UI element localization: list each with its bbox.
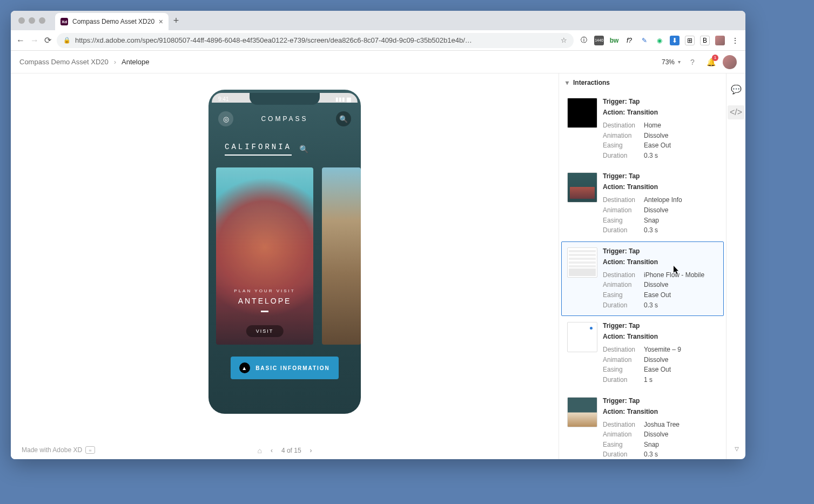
trigger-label: Trigger: Tap xyxy=(603,98,718,105)
kv-key: Destination xyxy=(603,420,636,430)
kv-value: Dissolve xyxy=(644,429,668,440)
kv-key: Destination xyxy=(603,270,636,280)
kv-key: Duration xyxy=(603,375,636,385)
kv-key: Animation xyxy=(603,131,636,141)
ext6-icon[interactable]: ⬇ xyxy=(670,36,680,45)
forward-button[interactable]: → xyxy=(30,36,39,45)
kv-value: Dissolve xyxy=(644,205,668,216)
ext5-icon[interactable]: ◉ xyxy=(655,36,664,45)
help-icon[interactable]: ? xyxy=(686,56,699,69)
phone-mock: 9:41 ▮▮▮ ▆ ◎ COMPASS 🔍 CALIFORNIA 🔍 PLAN… xyxy=(208,90,361,414)
kv-value: 0.3 s xyxy=(644,151,658,161)
card-eyebrow: PLAN YOUR VISIT xyxy=(216,288,313,293)
interaction-item[interactable]: Trigger: Tap Action: Transition Destinat… xyxy=(561,166,724,241)
interaction-item[interactable]: Trigger: Tap Action: Transition Destinat… xyxy=(561,92,724,166)
breadcrumb-current: Antelope xyxy=(122,58,149,66)
right-rail: 💬 </> ▿ xyxy=(726,73,745,459)
kv-key: Duration xyxy=(603,449,636,459)
close-tab-icon[interactable]: × xyxy=(159,17,163,26)
visit-button[interactable]: VISIT xyxy=(246,325,284,337)
url-text: https://xd.adobe.com/spec/91080507-44ff-… xyxy=(75,36,472,44)
notifications-button[interactable]: 🔔 1 xyxy=(704,56,717,69)
panel-title: Interactions xyxy=(573,79,610,86)
tab-bar: Xd Compass Demo Asset XD20 × + xyxy=(11,11,745,30)
interaction-item[interactable]: Trigger: Tap Action: Transition Destinat… xyxy=(561,316,724,391)
kv-value: Snap xyxy=(644,216,659,226)
basic-info-button[interactable]: ▲ BASIC INFORMATION xyxy=(231,357,339,379)
minimize-window-icon[interactable] xyxy=(29,17,35,24)
close-window-icon[interactable] xyxy=(18,17,25,24)
browser-tab[interactable]: Xd Compass Demo Asset XD20 × xyxy=(55,13,169,30)
card-next[interactable] xyxy=(322,167,361,345)
kv-key: Easing xyxy=(603,140,636,151)
basic-info-label: BASIC INFORMATION xyxy=(255,365,330,371)
breadcrumb-root[interactable]: Compass Demo Asset XD20 xyxy=(19,58,109,66)
kv-value: Antelope Info xyxy=(644,195,682,205)
kv-value: 1 s xyxy=(644,375,652,385)
star-icon[interactable]: ☆ xyxy=(561,36,567,44)
ext8-icon[interactable]: B xyxy=(700,36,710,45)
address-bar-row: ← → ⟳ 🔒 https://xd.adobe.com/spec/910805… xyxy=(11,30,745,51)
pager-text: 4 of 15 xyxy=(281,447,301,454)
status-icons: ▮▮▮ ▆ xyxy=(335,96,351,102)
action-label: Action: Transition xyxy=(603,183,718,191)
made-with: Made with Adobe XD ∞ xyxy=(22,446,95,454)
comment-icon[interactable]: 💬 xyxy=(731,84,742,95)
kv-value: Dissolve xyxy=(644,280,668,290)
kv-key: Animation xyxy=(603,205,636,216)
search-icon[interactable]: 🔍 xyxy=(336,111,351,126)
user-avatar[interactable] xyxy=(723,55,737,69)
trigger-label: Trigger: Tap xyxy=(603,322,718,330)
trigger-label: Trigger: Tap xyxy=(603,172,718,180)
window-controls[interactable] xyxy=(18,17,45,24)
compass-icon[interactable]: ◎ xyxy=(218,111,233,126)
ext3-icon[interactable]: f? xyxy=(624,36,634,45)
prev-icon[interactable]: ‹ xyxy=(271,447,273,454)
search-icon[interactable]: 🔍 xyxy=(299,145,308,153)
reload-button[interactable]: ⟳ xyxy=(44,35,51,45)
menu-icon[interactable]: ⋮ xyxy=(730,36,740,45)
kv-value: Joshua Tree xyxy=(644,420,680,430)
kv-key: Duration xyxy=(603,225,636,236)
ext2-icon[interactable]: bw xyxy=(609,36,619,45)
home-icon[interactable]: ⌂ xyxy=(257,446,261,455)
ext4-icon[interactable]: ✎ xyxy=(640,36,649,45)
kv-value: Yosemite – 9 xyxy=(644,345,681,355)
region-label: CALIFORNIA xyxy=(225,143,292,156)
action-label: Action: Transition xyxy=(603,109,718,116)
interaction-item[interactable]: Trigger: Tap Action: Transition Destinat… xyxy=(561,391,724,460)
ext7-icon[interactable]: ⊞ xyxy=(685,36,695,45)
address-bar[interactable]: 🔒 https://xd.adobe.com/spec/91080507-44f… xyxy=(57,33,574,48)
maximize-window-icon[interactable] xyxy=(39,17,45,24)
kv-value: Ease Out xyxy=(644,140,671,151)
kv-value: Ease Out xyxy=(644,290,671,300)
interaction-thumb xyxy=(567,247,597,278)
panel-header[interactable]: ▾ Interactions xyxy=(559,73,726,92)
interaction-item[interactable]: Trigger: Tap Action: Transition Destinat… xyxy=(561,241,724,316)
zoom-control[interactable]: 73% ▾ xyxy=(662,58,681,66)
code-icon[interactable]: </> xyxy=(728,105,744,119)
app-header: Compass Demo Asset XD20 › Antelope 73% ▾… xyxy=(11,51,745,73)
kv-key: Easing xyxy=(603,290,636,300)
ext1-icon[interactable]: 1440 xyxy=(594,36,604,45)
new-tab-button[interactable]: + xyxy=(169,15,184,26)
kv-value: 0.3 s xyxy=(644,449,658,459)
info-icon[interactable]: ⓘ xyxy=(579,36,589,45)
kv-key: Easing xyxy=(603,365,636,375)
back-button[interactable]: ← xyxy=(16,36,25,45)
filter-icon[interactable]: ▿ xyxy=(735,443,739,454)
action-label: Action: Transition xyxy=(603,258,718,266)
next-icon[interactable]: › xyxy=(310,447,312,454)
canvas[interactable]: 9:41 ▮▮▮ ▆ ◎ COMPASS 🔍 CALIFORNIA 🔍 PLAN… xyxy=(11,73,559,459)
extension-icons: ⓘ 1440 bw f? ✎ ◉ ⬇ ⊞ B ⋮ xyxy=(579,36,740,45)
status-time: 9:41 xyxy=(218,96,228,102)
divider xyxy=(261,311,268,312)
interaction-thumb xyxy=(567,397,597,427)
action-label: Action: Transition xyxy=(603,333,718,340)
kv-key: Duration xyxy=(603,151,636,161)
interaction-thumb xyxy=(567,322,597,352)
card-antelope[interactable]: PLAN YOUR VISIT ANTELOPE VISIT xyxy=(216,167,313,345)
profile-avatar[interactable] xyxy=(715,36,725,45)
kv-value: Home xyxy=(644,120,661,131)
action-label: Action: Transition xyxy=(603,408,718,415)
